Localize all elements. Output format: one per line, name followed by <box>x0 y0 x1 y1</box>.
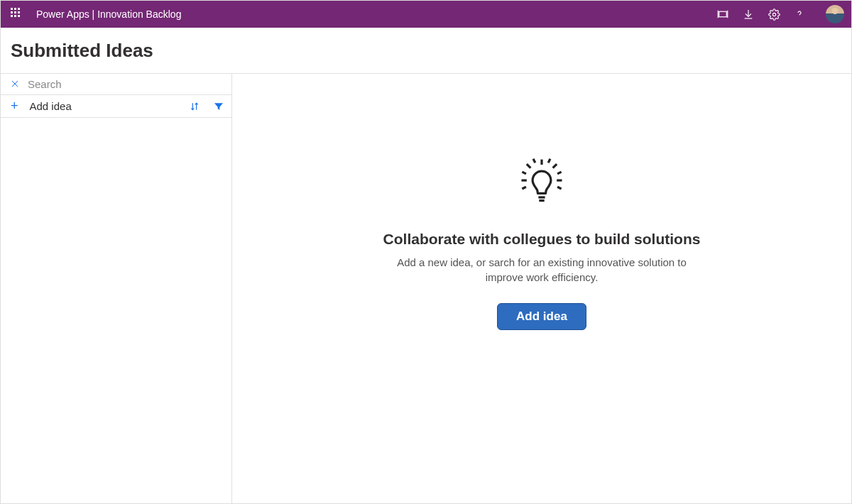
svg-line-20 <box>557 172 562 174</box>
search-row <box>1 74 231 95</box>
search-input[interactable] <box>28 78 222 90</box>
add-idea-label: Add idea <box>30 100 72 112</box>
sidebar: + Add idea <box>1 74 232 503</box>
empty-title: Collaborate with collegues to build solu… <box>383 231 701 248</box>
sort-icon[interactable] <box>189 101 200 112</box>
page-title: Submitted Ideas <box>11 40 153 62</box>
plus-icon: + <box>11 99 18 114</box>
filter-icon[interactable] <box>213 101 224 112</box>
settings-icon[interactable] <box>768 8 780 21</box>
add-idea-button[interactable]: Add idea <box>497 303 586 330</box>
user-avatar[interactable] <box>826 5 844 23</box>
header-actions <box>716 5 844 23</box>
content-row: + Add idea <box>1 74 851 503</box>
svg-line-23 <box>522 187 526 189</box>
svg-line-22 <box>557 187 562 189</box>
empty-subtitle: Add a new idea, or sarch for an existing… <box>393 255 691 285</box>
app-launcher-icon[interactable] <box>11 8 23 21</box>
clear-icon[interactable] <box>11 78 19 91</box>
download-icon[interactable] <box>742 8 755 21</box>
svg-rect-0 <box>719 11 727 17</box>
page-title-bar: Submitted Ideas <box>1 28 851 74</box>
help-icon[interactable] <box>793 8 806 21</box>
app-title: Power Apps | Innovation Backlog <box>36 9 181 20</box>
page: Submitted Ideas + Add idea <box>1 28 851 503</box>
svg-line-18 <box>548 159 550 163</box>
svg-point-5 <box>772 13 775 16</box>
app-header: Power Apps | Innovation Backlog <box>1 1 851 28</box>
svg-line-16 <box>553 164 557 168</box>
svg-line-19 <box>533 159 535 163</box>
main-area: Collaborate with collegues to build solu… <box>232 74 851 503</box>
fit-screen-icon[interactable] <box>716 8 729 21</box>
lightbulb-icon <box>509 148 574 217</box>
add-idea-row[interactable]: + Add idea <box>1 95 231 118</box>
svg-line-21 <box>522 172 526 174</box>
svg-line-17 <box>527 164 531 168</box>
